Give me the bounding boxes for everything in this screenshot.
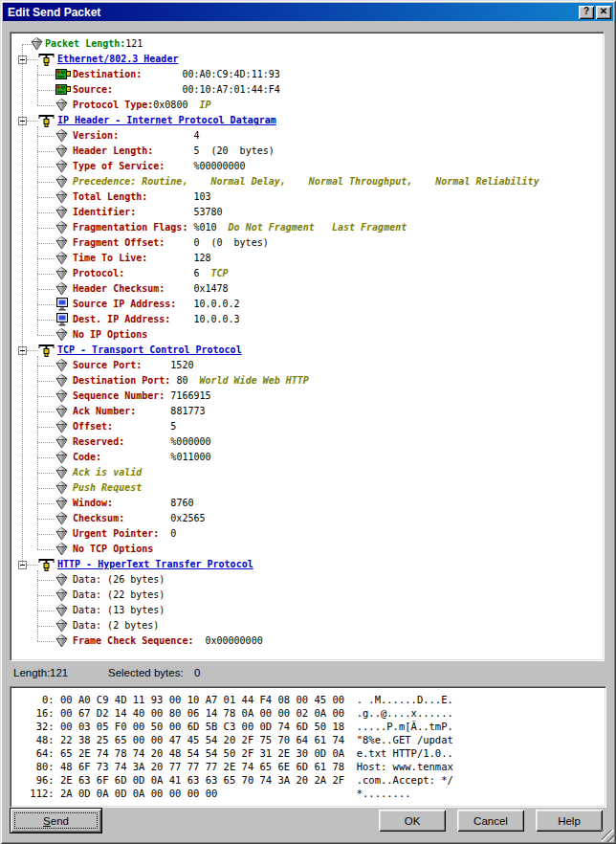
field-info: TCP [199,268,228,278]
cancel-button[interactable]: Cancel [457,810,524,832]
tree-row[interactable]: Ack Number: 881773 [11,404,604,419]
tree-row[interactable]: Destination Port: 80 World Wide Web HTTP [11,373,604,389]
tree-row[interactable]: Fragmentation Flags: %010 Do Not Fragmen… [11,220,604,235]
hex-line[interactable]: 80: 48 6F 73 74 3A 20 77 77 77 2E 74 65 … [24,760,605,773]
tree-row[interactable]: Code: %011000 [11,450,604,465]
tree-row[interactable]: Source IP Address: 10.0.0.2 [11,297,604,312]
tree-connector [37,182,55,183]
tree-content: Packet Length:121Ethernet/802.3 HeaderDe… [11,33,604,660]
hex-line[interactable]: 112: 2A 0D 0A 0D 0A 00 00 00 00 *.......… [24,787,605,800]
hex-line[interactable]: 48: 22 38 25 65 00 00 47 45 54 20 2F 75 … [24,733,605,746]
field-label: Identifier: [73,207,136,217]
window-title: Edit Send Packet [3,6,579,19]
tree-row[interactable]: Protocol: 6 TCP [11,266,604,281]
hex-line[interactable]: 32: 00 03 05 F0 00 50 00 6D 5B C3 00 0D … [24,720,605,733]
tree-row[interactable]: Frame Check Sequence: 0x00000000 [11,633,604,649]
tree-connector [37,595,55,596]
hex-content: 0: 00 A0 C9 4D 11 93 00 10 A7 01 44 F4 0… [11,687,605,800]
tree-row[interactable]: Header Length: 5 (20 bytes) [11,144,604,159]
title-bar[interactable]: Edit Send Packet ? ✕ [3,3,613,21]
hex-line[interactable]: 16: 00 67 D2 14 40 00 80 06 14 78 0A 00 … [24,706,605,720]
field-info: IP [187,100,210,110]
hex-line[interactable]: 0: 00 A0 C9 4D 11 93 00 10 A7 01 44 F4 0… [24,693,605,706]
field-value: 0 (0 bytes) [165,237,268,248]
tree-row[interactable]: Data: (2 bytes) [11,618,604,633]
resize-grip-icon[interactable] [602,830,614,842]
diamond-icon [55,466,68,481]
diamond-icon [55,144,68,160]
send-button[interactable]: Send [10,808,102,833]
ok-button[interactable]: OK [379,810,446,832]
tree-connector [37,167,55,167]
tree-row[interactable]: Protocol Type:0x0800 IP [11,98,604,113]
tree-connector [27,565,38,566]
tree-row[interactable]: Push Request [11,480,604,496]
diamond-icon [55,481,68,497]
diamond-icon [55,634,68,650]
field-label: No IP Options [73,329,147,340]
tree-connector [37,641,55,642]
tree-connector [37,90,55,91]
field-label: Checksum: [73,513,124,523]
hex-line[interactable]: 64: 65 2E 74 78 74 20 48 54 54 50 2F 31 … [24,746,605,760]
tree-row[interactable]: Fragment Offset: 0 (0 bytes) [11,235,604,251]
tree-connector [37,258,55,259]
tree-row[interactable]: Data: (13 bytes) [11,603,604,618]
tree-row[interactable]: HTTP - HyperText Transfer Protocol [11,557,604,572]
tree-row[interactable]: Data: (26 bytes) [11,572,604,588]
tree-row[interactable]: Time To Live: 128 [11,251,604,266]
tree-row[interactable]: Type of Service: %00000000 [11,159,604,174]
tree-row[interactable]: Dest. IP Address: 10.0.0.3 [11,312,604,327]
tree-row[interactable]: No TCP Options [11,542,604,557]
nic-icon [55,83,71,98]
tree-row[interactable]: Destination: 00:A0:C9:4D:11:93 [11,67,604,82]
diamond-icon [55,512,68,527]
field-value: 00:A0:C9:4D:11:93 [142,69,280,79]
tree-row[interactable]: TCP - Transport Control Protocol [11,343,604,358]
diamond-icon [55,267,68,282]
tree-row[interactable]: Window: 8760 [11,496,604,511]
tree-connector [37,457,55,458]
tree-connector [37,488,55,489]
tree-row[interactable]: IP Header - Internet Protocol Datagram [11,113,604,128]
help-icon[interactable]: ? [579,6,594,19]
hex-line[interactable]: 96: 2E 63 6F 6D 0D 0A 41 63 63 65 70 74 … [24,773,605,787]
tree-guide-line [37,570,38,641]
diamond-icon [55,619,68,634]
close-icon[interactable]: ✕ [596,6,611,19]
tree-connector [37,549,55,550]
tree-row[interactable]: Sequence Number: 7166915 [11,389,604,404]
tree-row[interactable]: Ethernet/802.3 Header [11,52,604,67]
tree-row[interactable]: Identifier: 53780 [11,205,604,220]
tree-row[interactable]: Total Length: 103 [11,189,604,205]
hex-editor[interactable]: 0: 00 A0 C9 4D 11 93 00 10 A7 01 44 F4 0… [10,686,606,808]
tree-row[interactable]: Source: 00:10:A7:01:44:F4 [11,82,604,98]
packet-decode-tree[interactable]: Packet Length:121Ethernet/802.3 HeaderDe… [10,32,605,661]
diamond-icon [55,236,68,252]
tree-row[interactable]: Packet Length:121 [11,36,604,52]
tree-connector [37,335,55,336]
tree-row[interactable]: No IP Options [11,327,604,343]
tree-row[interactable]: Ack is valid [11,465,604,480]
tree-row[interactable]: Reserved: %000000 [11,434,604,450]
field-label: Window: [73,498,113,508]
tree-guide-line [37,356,38,549]
tree-row[interactable]: Urgent Pointer: 0 [11,526,604,542]
tree-row[interactable]: Data: (22 bytes) [11,588,604,603]
section-header-label: Ethernet/802.3 Header [57,54,178,64]
tree-row[interactable]: Version: 4 [11,128,604,144]
field-text: Data: (22 bytes) [73,589,165,600]
tree-row[interactable]: Offset: 5 [11,419,604,434]
tree-row[interactable]: Header Checksum: 0x1478 [11,281,604,297]
tree-row[interactable]: Checksum: 0x2565 [11,511,604,526]
diamond-icon [55,497,68,512]
field-value: 10.0.0.3 [170,314,239,324]
diamond-icon [55,604,68,619]
section-header-label: TCP - Transport Control Protocol [57,344,242,355]
field-label: Total Length: [73,191,147,202]
tree-connector [37,396,55,397]
help-button[interactable]: Help [536,810,603,832]
diamond-icon [55,252,68,267]
tree-row[interactable]: Source Port: 1520 [11,358,604,373]
tree-row[interactable]: Precedence: Routine, Normal Delay, Norma… [11,174,604,189]
